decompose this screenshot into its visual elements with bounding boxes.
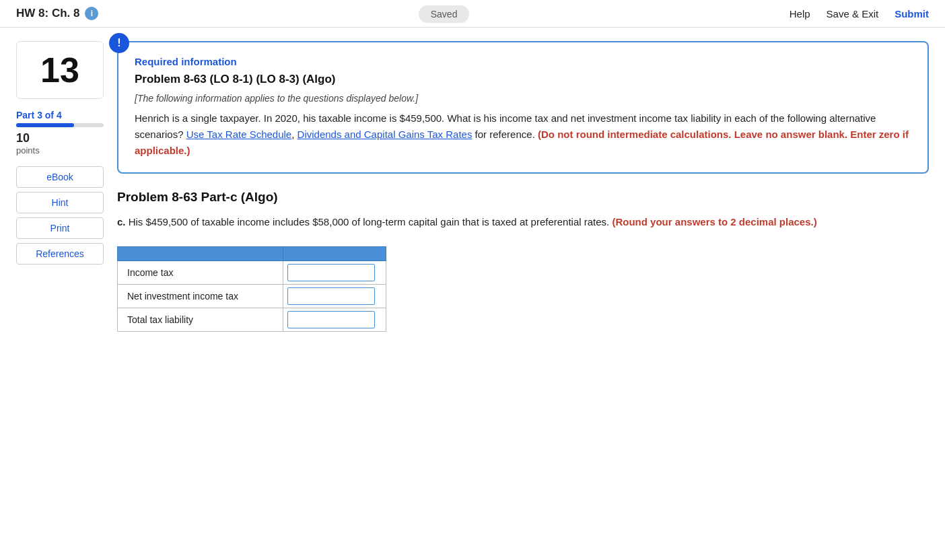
tax-rate-schedule-link[interactable]: Use Tax Rate Schedule xyxy=(186,129,291,140)
info-box: ! Required information Problem 8-63 (LO … xyxy=(117,41,929,174)
problem-italic: [The following information applies to th… xyxy=(135,93,911,104)
income-tax-input[interactable] xyxy=(287,264,375,281)
question-number: 13 xyxy=(28,53,92,88)
body-text2: for reference. xyxy=(475,129,535,140)
print-button[interactable]: Print xyxy=(16,217,104,239)
hw-title: HW 8: Ch. 8 xyxy=(16,7,79,20)
total-tax-label: Total tax liability xyxy=(118,308,283,332)
table-row: Income tax xyxy=(118,261,386,285)
part-c-body: c. His $459,500 of taxable income includ… xyxy=(117,214,929,230)
points-box: 10 points xyxy=(16,131,104,155)
points-number: 10 xyxy=(16,131,104,145)
question-number-box: 13 xyxy=(16,41,104,99)
problem-body: Henrich is a single taxpayer. In 2020, h… xyxy=(135,110,911,159)
net-investment-input-cell xyxy=(283,285,386,308)
income-tax-input-cell xyxy=(283,261,386,285)
top-bar: HW 8: Ch. 8 i Saved Help Save & Exit Sub… xyxy=(0,0,945,28)
part-section-title: Problem 8-63 Part-c (Algo) xyxy=(117,190,929,205)
hint-button[interactable]: Hint xyxy=(16,192,104,213)
top-bar-right: Help Save & Exit Submit xyxy=(790,8,929,20)
part-info: Part 3 of 4 xyxy=(16,110,104,127)
part-body-text: His $459,500 of taxable income includes … xyxy=(129,216,610,228)
points-label: points xyxy=(16,145,104,155)
progress-bar-bg xyxy=(16,123,104,127)
part-label: Part xyxy=(16,110,34,120)
help-button[interactable]: Help xyxy=(790,8,810,20)
total-tax-input-cell xyxy=(283,308,386,332)
part-total: of 4 xyxy=(45,110,62,120)
table-header-col2 xyxy=(283,247,386,261)
part-text: Part 3 of 4 xyxy=(16,110,104,120)
table-row: Total tax liability xyxy=(118,308,386,332)
table-row: Net investment income tax xyxy=(118,285,386,308)
main-layout: 13 Part 3 of 4 10 points eBook Hint Prin… xyxy=(0,28,945,345)
required-info-label: Required information xyxy=(135,56,911,67)
content-area: ! Required information Problem 8-63 (LO … xyxy=(117,41,929,332)
part-current: 3 xyxy=(37,110,42,120)
answer-table: Income tax Net investment income tax Tot… xyxy=(117,246,386,332)
info-icon[interactable]: i xyxy=(85,7,98,20)
save-exit-button[interactable]: Save & Exit xyxy=(827,8,879,20)
exclamation-icon: ! xyxy=(109,33,129,53)
sidebar: 13 Part 3 of 4 10 points eBook Hint Prin… xyxy=(16,41,104,332)
top-bar-left: HW 8: Ch. 8 i xyxy=(16,7,98,20)
saved-badge: Saved xyxy=(419,5,470,23)
dividends-link[interactable]: Dividends and Capital Gains Tax Rates xyxy=(298,129,473,140)
table-header-col1 xyxy=(118,247,283,261)
ebook-button[interactable]: eBook xyxy=(16,166,104,188)
net-investment-label: Net investment income tax xyxy=(118,285,283,308)
references-button[interactable]: References xyxy=(16,243,104,265)
submit-button[interactable]: Submit xyxy=(895,8,929,20)
sidebar-buttons: eBook Hint Print References xyxy=(16,166,104,265)
income-tax-label: Income tax xyxy=(118,261,283,285)
net-investment-input[interactable] xyxy=(287,287,375,305)
round-warning: (Round your answers to 2 decimal places.… xyxy=(612,216,816,228)
part-letter: c. xyxy=(117,216,126,228)
total-tax-input[interactable] xyxy=(287,311,375,328)
saved-badge-container: Saved xyxy=(419,8,470,20)
part-section: Problem 8-63 Part-c (Algo) c. His $459,5… xyxy=(117,190,929,332)
progress-bar-fill xyxy=(16,123,74,127)
problem-title: Problem 8-63 (LO 8-1) (LO 8-3) (Algo) xyxy=(135,73,911,86)
